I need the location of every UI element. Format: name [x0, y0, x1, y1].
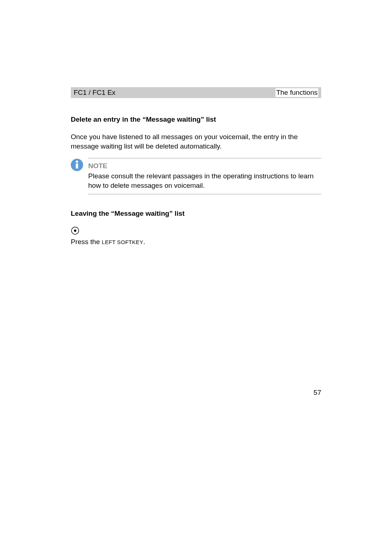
- softkey-instruction: Press the LEFT SOFTKEY.: [71, 238, 321, 246]
- note-text: Please consult the relevant passages in …: [88, 171, 321, 190]
- page-content: FC1 / FC1 Ex The functions Delete an ent…: [71, 87, 321, 246]
- page-header-bar: FC1 / FC1 Ex The functions: [71, 87, 321, 98]
- svg-point-1: [76, 161, 78, 163]
- note-label: NOTE: [88, 162, 321, 170]
- info-icon: [71, 159, 83, 173]
- softkey-prefix: Press the: [71, 238, 102, 246]
- paragraph-delete-entry: Once you have listened to all messages o…: [71, 132, 321, 151]
- heading-delete-entry: Delete an entry in the “Message waiting”…: [71, 116, 321, 123]
- page-number: 57: [314, 389, 321, 397]
- heading-leaving-list: Leaving the “Message waiting” list: [71, 210, 321, 218]
- softkey-suffix: .: [143, 238, 145, 246]
- svg-point-4: [74, 229, 76, 231]
- softkey-dot-icon: [71, 226, 321, 236]
- svg-rect-2: [76, 163, 78, 169]
- note-content: NOTE Please consult the relevant passage…: [88, 158, 321, 194]
- note-block: NOTE Please consult the relevant passage…: [71, 158, 321, 194]
- header-section: The functions: [275, 88, 318, 97]
- header-product: FC1 / FC1 Ex: [74, 89, 115, 97]
- softkey-key: LEFT SOFTKEY: [102, 239, 143, 245]
